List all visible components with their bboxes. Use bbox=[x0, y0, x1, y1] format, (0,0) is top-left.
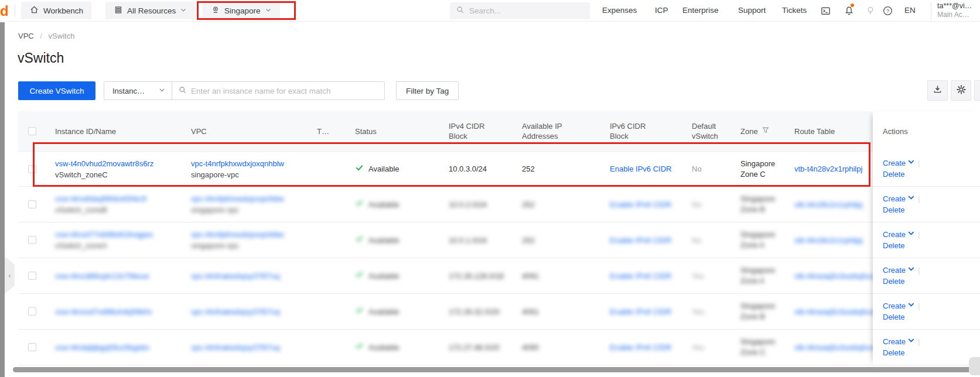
instance-id-link[interactable]: vsw-t4nsd77nb98e616vqgws bbox=[55, 229, 182, 240]
chevron-down-icon[interactable] bbox=[907, 157, 916, 169]
row-checkbox[interactable] bbox=[28, 272, 36, 280]
resources-stack-icon bbox=[114, 5, 123, 16]
breadcrumb-separator: / bbox=[40, 32, 42, 40]
create-vswitch-button[interactable]: Create VSwitch bbox=[18, 81, 95, 100]
breadcrumb-vpc[interactable]: VPC bbox=[18, 32, 34, 40]
available-ip-count: 252 bbox=[522, 163, 601, 174]
enable-ipv6-link[interactable]: Enable IPv6 CIDR bbox=[610, 270, 683, 282]
instance-id-name-cell: vsw-t4n0vhud2movawtr8s6rzvSwitch_zoneC bbox=[46, 152, 182, 186]
zone-cell: Singapore Zone C bbox=[732, 330, 786, 365]
row-checkbox[interactable] bbox=[28, 236, 36, 244]
filter-by-tag-button[interactable]: Filter by Tag bbox=[396, 81, 459, 100]
chevron-down-icon[interactable] bbox=[907, 300, 916, 312]
vpc-id-link[interactable]: vpc-t4nrfpkhxwdxjoxqnhblw bbox=[191, 229, 308, 240]
status-label: Available bbox=[368, 163, 399, 174]
global-search[interactable] bbox=[450, 2, 590, 19]
sidebar-collapse-handle[interactable]: ‹ bbox=[5, 256, 15, 294]
instance-id-link[interactable]: vsw-t4ndqbjbgq59uz5kgebv bbox=[55, 342, 182, 353]
status-cell: Available bbox=[346, 222, 440, 258]
delete-action-link[interactable]: Delete bbox=[883, 241, 980, 251]
default-vswitch: No bbox=[692, 199, 732, 210]
workbench-label: Workbench bbox=[43, 6, 83, 15]
column-header-vpc: VPC bbox=[182, 111, 308, 151]
account-menu[interactable]: ta***@vi… Main Ac… bbox=[931, 2, 972, 20]
more-tools-button[interactable] bbox=[974, 80, 980, 101]
row-checkbox[interactable] bbox=[28, 307, 36, 316]
delete-action-link[interactable]: Delete bbox=[883, 348, 980, 358]
enable-ipv6-link[interactable]: Enable IPv6 CIDR bbox=[610, 342, 683, 353]
workbench-button[interactable]: Workbench bbox=[21, 2, 91, 19]
zone: Singapore Zone C bbox=[740, 159, 786, 180]
instance-id-link[interactable]: vsw-t4ncd86oykr13z7t9euw bbox=[55, 270, 182, 282]
export-download-button[interactable] bbox=[927, 80, 948, 101]
row-checkbox[interactable] bbox=[28, 200, 36, 208]
enable-ipv6-link[interactable]: Enable IPv6 CIDR bbox=[610, 163, 683, 174]
language-switcher[interactable]: EN bbox=[904, 6, 916, 15]
global-search-input[interactable] bbox=[469, 6, 569, 15]
zone-cell: Singapore Zone B bbox=[732, 294, 786, 329]
help-icon[interactable]: ? bbox=[882, 5, 893, 19]
action-divider: | bbox=[918, 301, 920, 311]
status-label: Available bbox=[368, 306, 399, 317]
tags-cell bbox=[308, 330, 346, 365]
status-value: Available bbox=[355, 306, 440, 317]
all-resources-button[interactable]: All Resources bbox=[105, 2, 195, 19]
nav-support[interactable]: Support bbox=[738, 6, 766, 15]
status-cell: Available bbox=[346, 152, 440, 186]
table-row: vsw-t4nxod7vd98uh4q59b0vvpc-t4nfnakedxjo… bbox=[18, 294, 980, 330]
create-action-link[interactable]: Create bbox=[883, 265, 906, 276]
chevron-down-icon[interactable] bbox=[907, 229, 916, 241]
instance-id-link[interactable]: vsw-t4nxod7vd98uh4q59b0v bbox=[55, 306, 182, 317]
table-toolbar: Create VSwitch Instanc… Filter by Tag bbox=[0, 81, 980, 101]
ipv4-cidr: 172.26.128.0/18 bbox=[449, 270, 513, 282]
collapsed-sidebar-strip bbox=[0, 22, 5, 377]
enable-ipv6-link[interactable]: Enable IPv6 CIDR bbox=[610, 199, 683, 210]
create-action-link[interactable]: Create bbox=[883, 229, 906, 240]
notifications-bell-icon[interactable] bbox=[844, 5, 855, 19]
create-action-link[interactable]: Create bbox=[883, 337, 906, 347]
vpc-id-link[interactable]: vpc-t4nfnakedxjoy37t57uq bbox=[191, 342, 308, 353]
instance-name-search-input[interactable] bbox=[191, 87, 378, 95]
status-available-check-icon bbox=[355, 306, 364, 317]
filter-funnel-icon[interactable] bbox=[762, 126, 770, 136]
enable-ipv6-link[interactable]: Enable IPv6 CIDR bbox=[610, 235, 683, 246]
instance-id-link[interactable]: vsw-t4nvbfaiq99hbvk5hkc9 bbox=[55, 193, 182, 204]
vpc-id-link[interactable]: vpc-t4nrfpkhxwdxjoxqnhblw bbox=[191, 193, 308, 204]
column-header-ipv4-cidr: IPv4 CIDR Block bbox=[440, 111, 513, 151]
nav-tickets[interactable]: Tickets bbox=[782, 6, 807, 15]
lightbulb-icon[interactable] bbox=[865, 5, 876, 18]
delete-action-link[interactable]: Delete bbox=[883, 276, 980, 287]
tags-cell bbox=[308, 152, 346, 186]
create-action-link[interactable]: Create bbox=[883, 194, 906, 204]
nav-expenses[interactable]: Expenses bbox=[602, 6, 637, 15]
horizontal-scrollbar-thumb[interactable] bbox=[13, 367, 976, 372]
table-settings-button[interactable] bbox=[951, 80, 971, 101]
available-ip-count-cell: 4090 bbox=[513, 330, 601, 365]
console-terminal-icon[interactable] bbox=[820, 5, 831, 19]
vpc-id-link[interactable]: vpc-t4nfnakedxjoy37t57uq bbox=[191, 270, 308, 282]
floating-widget[interactable] bbox=[969, 357, 980, 375]
instance-id-link[interactable]: vsw-t4n0vhud2movawtr8s6rz bbox=[55, 158, 182, 169]
filter-attribute-select[interactable]: Instanc… bbox=[104, 82, 172, 100]
chevron-down-icon[interactable] bbox=[907, 265, 916, 276]
row-checkbox[interactable] bbox=[28, 165, 36, 173]
region-selector[interactable]: Singapore bbox=[203, 2, 280, 19]
row-checkbox[interactable] bbox=[28, 343, 36, 351]
delete-action-link[interactable]: Delete bbox=[883, 312, 980, 323]
chevron-down-icon[interactable] bbox=[907, 193, 916, 205]
nav-enterprise[interactable]: Enterprise bbox=[682, 6, 719, 15]
create-action-link[interactable]: Create bbox=[883, 301, 906, 311]
delete-action-link[interactable]: Delete bbox=[883, 205, 980, 215]
chevron-down-icon[interactable] bbox=[907, 336, 916, 348]
tags-cell bbox=[308, 222, 346, 258]
create-action-link[interactable]: Create bbox=[883, 158, 906, 169]
vpc-id-link[interactable]: vpc-t4nrfpkhxwdxjoxqnhblw bbox=[191, 158, 308, 169]
select-all-checkbox[interactable] bbox=[28, 127, 36, 135]
ipv4-cidr: 10.0.1.0/24 bbox=[449, 235, 513, 246]
enable-ipv6-link[interactable]: Enable IPv6 CIDR bbox=[610, 306, 683, 317]
available-ip-count-cell: 4091 bbox=[513, 258, 601, 293]
vpc-id-link[interactable]: vpc-t4nfnakedxjoy37t57uq bbox=[191, 306, 308, 317]
nav-icp[interactable]: ICP bbox=[655, 6, 668, 15]
row-checkbox-cell bbox=[18, 330, 46, 365]
delete-action-link[interactable]: Delete bbox=[883, 169, 980, 180]
